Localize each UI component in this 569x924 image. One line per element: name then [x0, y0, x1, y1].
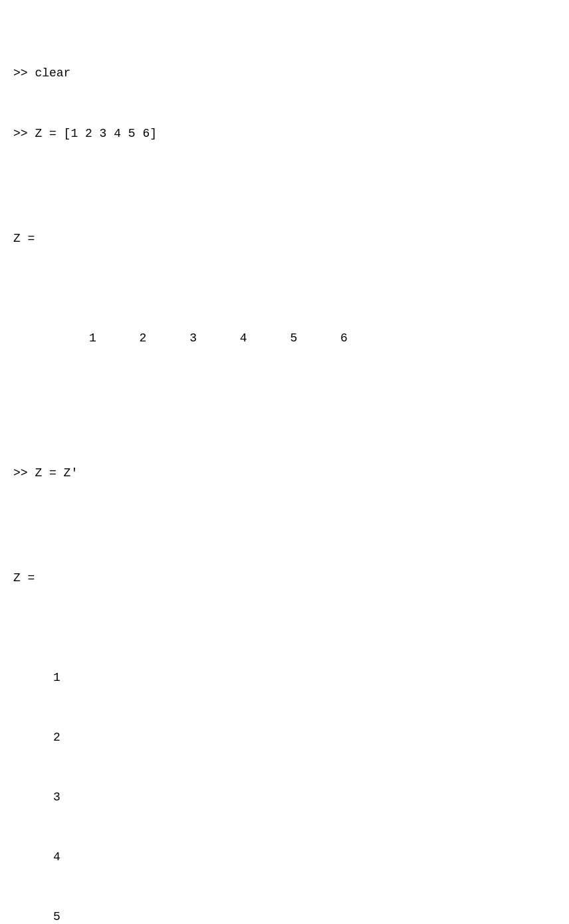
z-assign-command: >> Z = [1 2 3 4 5 6] [13, 124, 556, 143]
z-col-val-4: 4 [13, 846, 556, 868]
clear-command: >> clear [13, 64, 556, 83]
z-col-val-5: 5 [13, 906, 556, 924]
z-transpose-command: >> Z = Z' [13, 464, 556, 483]
z-col-val-1: 1 [13, 667, 556, 688]
z-col-val-2: 2 [13, 727, 556, 748]
z-col-val-3: 3 [13, 786, 556, 808]
z-label-1: Z = [13, 229, 556, 248]
z-label-2: Z = [13, 569, 556, 588]
z-row-values: 1 2 3 4 5 6 [13, 327, 556, 349]
